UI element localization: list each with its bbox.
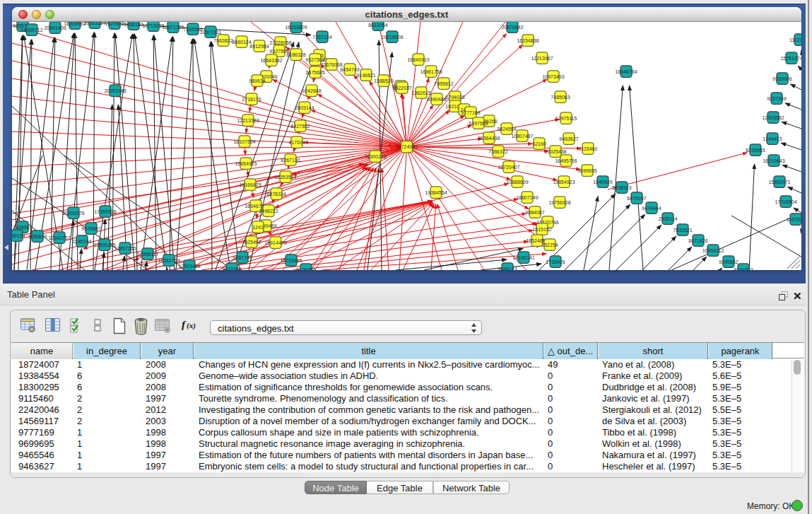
- svg-text:6479197: 6479197: [627, 196, 646, 201]
- svg-text:939154: 939154: [12, 233, 25, 238]
- svg-text:10923468: 10923468: [178, 264, 200, 269]
- svg-text:9975867: 9975867: [81, 226, 100, 231]
- svg-text:16671355: 16671355: [162, 25, 184, 30]
- svg-text:9244502: 9244502: [734, 267, 753, 271]
- svg-text:20876842: 20876842: [501, 25, 523, 30]
- svg-text:1640529: 1640529: [593, 180, 612, 185]
- svg-text:16210643: 16210643: [763, 158, 784, 163]
- svg-text:19218506: 19218506: [381, 35, 403, 40]
- svg-text:16914479: 16914479: [264, 240, 286, 245]
- svg-text:12942757: 12942757: [48, 235, 70, 240]
- svg-text:14055712: 14055712: [20, 28, 42, 33]
- svg-text:1167533: 1167533: [787, 217, 801, 222]
- svg-text:15716485: 15716485: [280, 258, 302, 263]
- svg-text:10807487: 10807487: [511, 134, 533, 139]
- svg-text:7955812: 7955812: [434, 81, 453, 86]
- svg-text:8990448: 8990448: [427, 97, 446, 102]
- svg-text:12213967: 12213967: [531, 56, 553, 61]
- svg-text:9227349: 9227349: [767, 96, 786, 101]
- svg-text:17016504: 17016504: [775, 199, 796, 204]
- svg-text:3822037: 3822037: [392, 86, 411, 90]
- svg-text:19654923: 19654923: [553, 180, 575, 185]
- svg-text:18309592: 18309592: [64, 22, 86, 26]
- svg-text:8912954: 8912954: [249, 44, 269, 49]
- svg-text:16782759: 16782759: [158, 258, 180, 263]
- svg-text:14196141: 14196141: [512, 255, 534, 260]
- svg-text:2439061: 2439061: [13, 225, 32, 230]
- svg-text:62160: 62160: [532, 141, 546, 146]
- svg-text:9474444: 9474444: [642, 206, 661, 211]
- svg-text:6466160: 6466160: [124, 22, 143, 27]
- svg-text:19756928: 19756928: [548, 200, 570, 205]
- svg-text:8813054: 8813054: [368, 23, 387, 28]
- svg-text:16543382: 16543382: [260, 58, 282, 63]
- svg-text:11123448: 11123448: [789, 37, 801, 42]
- svg-text:15720407: 15720407: [498, 165, 519, 170]
- svg-text:16648784: 16648784: [615, 69, 637, 74]
- svg-text:20364436: 20364436: [478, 136, 500, 141]
- svg-text:10671911: 10671911: [200, 30, 222, 35]
- svg-text:15300275: 15300275: [364, 154, 386, 159]
- svg-text:417004: 417004: [288, 140, 305, 145]
- svg-text:3675685: 3675685: [305, 70, 324, 75]
- svg-text:18107554: 18107554: [233, 139, 255, 144]
- svg-text:7625402: 7625402: [242, 240, 261, 245]
- svg-text:9463627: 9463627: [559, 136, 578, 141]
- svg-text:8471626: 8471626: [688, 238, 707, 243]
- svg-text:15692971: 15692971: [768, 180, 790, 185]
- svg-text:10025438: 10025438: [544, 149, 566, 154]
- svg-text:10973493: 10973493: [542, 74, 564, 79]
- svg-text:9777169: 9777169: [461, 110, 480, 115]
- svg-text:10958117: 10958117: [137, 252, 159, 257]
- svg-text:1156819: 1156819: [28, 234, 47, 239]
- svg-text:20053346: 20053346: [104, 88, 126, 93]
- svg-text:1498222: 1498222: [259, 209, 278, 214]
- svg-text:15751074: 15751074: [780, 56, 801, 61]
- svg-text:1362615: 1362615: [411, 90, 430, 95]
- svg-text:1241: 1241: [252, 225, 264, 230]
- svg-text:12093582: 12093582: [762, 115, 784, 120]
- svg-text:23676068: 23676068: [320, 62, 342, 67]
- svg-text:8660124: 8660124: [232, 40, 251, 45]
- svg-text:12505155: 12505155: [93, 243, 115, 247]
- svg-text:17359936: 17359936: [94, 209, 116, 214]
- svg-text:16154838: 16154838: [517, 38, 539, 43]
- svg-text:12213383: 12213383: [237, 118, 259, 123]
- svg-text:7386372: 7386372: [488, 149, 507, 154]
- svg-text:1733426: 1733426: [546, 259, 565, 264]
- svg-text:2718176: 2718176: [242, 97, 261, 102]
- svg-text:19166825: 19166825: [239, 182, 261, 187]
- svg-text:1588520: 1588520: [374, 78, 393, 83]
- svg-text:16961758: 16961758: [420, 69, 442, 74]
- svg-text:7485063: 7485063: [551, 95, 570, 100]
- svg-text:8427552: 8427552: [290, 124, 310, 129]
- svg-text:9657791: 9657791: [233, 255, 252, 260]
- svg-text:20691406: 20691406: [44, 25, 66, 30]
- svg-text:20206576: 20206576: [62, 211, 84, 216]
- svg-text:1527602: 1527602: [105, 22, 124, 26]
- svg-text:10688609: 10688609: [506, 180, 528, 185]
- svg-text:1615152: 1615152: [532, 227, 551, 232]
- svg-text:2803144: 2803144: [295, 105, 314, 110]
- svg-text:9699695: 9699695: [577, 168, 596, 173]
- svg-text:989634: 989634: [249, 78, 265, 83]
- svg-text:7357224: 7357224: [312, 35, 331, 40]
- svg-text:10553287: 10553287: [83, 22, 105, 25]
- svg-text:9884067: 9884067: [525, 210, 544, 215]
- svg-text:18724007: 18724007: [396, 144, 418, 149]
- svg-text:8267130: 8267130: [281, 158, 300, 163]
- svg-text:19384554: 19384554: [425, 190, 447, 195]
- svg-text:(x): (x): [187, 321, 196, 330]
- svg-text:16033809: 16033809: [285, 25, 307, 30]
- svg-text:9699123: 9699123: [498, 267, 517, 271]
- svg-text:8454749: 8454749: [340, 67, 359, 72]
- svg-text:1145194: 1145194: [73, 239, 92, 244]
- svg-text:8878334: 8878334: [266, 192, 286, 197]
- svg-text:9245652: 9245652: [719, 259, 738, 264]
- svg-text:18807249: 18807249: [516, 195, 538, 200]
- svg-text:252254: 252254: [541, 243, 558, 247]
- svg-text:7832621: 7832621: [673, 228, 692, 233]
- svg-text:16640910: 16640910: [407, 57, 429, 62]
- svg-text:1244415: 1244415: [763, 136, 782, 141]
- svg-text:6497568: 6497568: [469, 121, 488, 126]
